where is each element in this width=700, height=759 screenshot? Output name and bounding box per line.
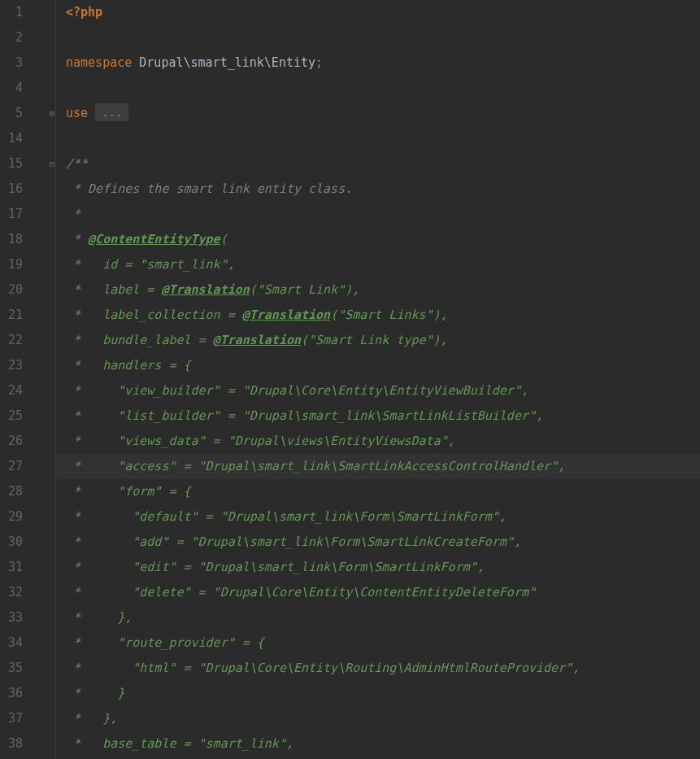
docblock-star: *: [66, 358, 88, 373]
docblock-text: "add" = "Drupal\smart_link\Form\SmartLin…: [88, 534, 521, 549]
code-line[interactable]: * "add" = "Drupal\smart_link\Form\SmartL…: [66, 530, 700, 555]
docblock-star: *: [66, 257, 88, 272]
docblock-star: *: [66, 181, 88, 196]
docblock-text: bundle_label =: [88, 333, 213, 347]
code-area[interactable]: <?php namespace Drupal\smart_link\Entity…: [56, 0, 700, 759]
line-number: 27: [0, 454, 23, 479]
code-line[interactable]: * bundle_label = @Translation("Smart Lin…: [66, 328, 700, 353]
code-editor[interactable]: 1234514151617181920212223242526272829303…: [0, 0, 700, 759]
code-line[interactable]: * id = "smart_link",: [66, 252, 700, 277]
code-line[interactable]: [66, 25, 700, 50]
line-number: 33: [0, 605, 23, 630]
code-line[interactable]: * label_collection = @Translation("Smart…: [66, 303, 700, 328]
code-line[interactable]: *: [66, 202, 700, 227]
code-line[interactable]: * "default" = "Drupal\smart_link\Form\Sm…: [66, 504, 700, 530]
line-number: 30: [0, 530, 23, 555]
code-line[interactable]: namespace Drupal\smart_link\Entity;: [66, 50, 700, 76]
line-number: 20: [0, 277, 23, 303]
code-line[interactable]: * "form" = {: [66, 479, 700, 504]
docblock-star: *: [66, 232, 88, 246]
fold-collapse-icon[interactable]: ⊟: [29, 151, 56, 177]
semicolon: ;: [315, 55, 323, 70]
code-line[interactable]: * "html" = "Drupal\Core\Entity\Routing\A…: [66, 656, 700, 681]
line-number: 15: [0, 151, 23, 177]
line-number: 3: [0, 50, 23, 76]
line-number: 22: [0, 328, 23, 353]
line-number: 25: [0, 403, 23, 429]
line-number: 2: [0, 25, 23, 50]
php-open-tag: <?php: [66, 5, 102, 20]
line-number: 17: [0, 202, 23, 227]
docblock-text: base_table = "smart_link",: [88, 736, 293, 751]
docblock-text: "views_data" = "Drupal\views\EntityViews…: [88, 434, 455, 448]
docblock-star: *: [66, 686, 88, 700]
code-line[interactable]: * "views_data" = "Drupal\views\EntityVie…: [66, 429, 700, 454]
code-line[interactable]: * base_table = "smart_link",: [66, 731, 700, 757]
docblock-open: /**: [66, 156, 88, 171]
annotation: @Translation: [161, 282, 249, 297]
docblock-text: "access" = "Drupal\smart_link\SmartLinkA…: [88, 459, 565, 473]
code-line[interactable]: [66, 126, 700, 151]
line-number: 19: [0, 252, 23, 277]
line-number: 14: [0, 126, 23, 151]
docblock-star: *: [66, 661, 88, 675]
docblock-text: ("Smart Link"),: [250, 282, 359, 297]
code-line[interactable]: * "list_builder" = "Drupal\smart_link\Sm…: [66, 403, 700, 429]
keyword-namespace: namespace: [66, 55, 132, 70]
code-line[interactable]: * label = @Translation("Smart Link"),: [66, 277, 700, 303]
line-number: 35: [0, 656, 23, 681]
docblock-star: *: [66, 333, 88, 347]
code-line[interactable]: * },: [66, 706, 700, 731]
code-line[interactable]: * handlers = {: [66, 353, 700, 378]
line-number: 32: [0, 580, 23, 605]
docblock-star: *: [66, 484, 88, 499]
docblock-star: *: [66, 736, 88, 751]
docblock-text: "list_builder" = "Drupal\smart_link\Smar…: [88, 408, 543, 423]
docblock-text: }: [88, 686, 124, 700]
docblock-star: *: [66, 610, 88, 625]
line-number: 28: [0, 479, 23, 504]
docblock-text: label_collection =: [88, 308, 242, 322]
docblock-star: *: [66, 711, 88, 726]
docblock-star: *: [66, 585, 88, 600]
docblock-text: Defines the smart link entity class.: [88, 181, 352, 196]
code-line[interactable]: * },: [66, 605, 700, 630]
code-line[interactable]: * "edit" = "Drupal\smart_link\Form\Smart…: [66, 555, 700, 580]
annotation: @ContentEntityType: [88, 232, 220, 246]
namespace-path: Drupal\smart_link\Entity: [139, 55, 315, 70]
line-number: 26: [0, 429, 23, 454]
code-line[interactable]: * Defines the smart link entity class.: [66, 177, 700, 202]
code-line[interactable]: * }: [66, 681, 700, 706]
docblock-text: "view_builder" = "Drupal\Core\Entity\Ent…: [88, 383, 528, 398]
line-number: 5: [0, 101, 23, 126]
annotation: @Translation: [242, 308, 330, 322]
code-line[interactable]: use ...: [66, 101, 700, 126]
line-number-gutter: 1234514151617181920212223242526272829303…: [0, 0, 29, 759]
code-line[interactable]: * "access" = "Drupal\smart_link\SmartLin…: [56, 454, 700, 479]
docblock-star: *: [66, 308, 88, 322]
line-number: 21: [0, 303, 23, 328]
fold-placeholder[interactable]: ...: [95, 103, 128, 121]
fold-column[interactable]: ⊞⊟: [29, 0, 56, 759]
line-number: 29: [0, 504, 23, 530]
fold-expand-icon[interactable]: ⊞: [29, 101, 56, 126]
docblock-star: *: [66, 282, 88, 297]
docblock-text: "route_provider" = {: [88, 635, 264, 650]
code-line[interactable]: [66, 76, 700, 101]
code-line[interactable]: * "route_provider" = {: [66, 630, 700, 656]
docblock-text: (: [220, 232, 228, 246]
code-line[interactable]: /**: [66, 151, 700, 177]
code-line[interactable]: * "delete" = "Drupal\Core\Entity\Content…: [66, 580, 700, 605]
docblock-text: label =: [88, 282, 161, 297]
code-line[interactable]: <?php: [66, 0, 700, 25]
line-number: 4: [0, 76, 23, 101]
docblock-text: },: [88, 711, 117, 726]
annotation: @Translation: [213, 333, 301, 347]
docblock-star: *: [66, 560, 88, 574]
code-line[interactable]: * "view_builder" = "Drupal\Core\Entity\E…: [66, 378, 700, 403]
line-number: 34: [0, 630, 23, 656]
line-number: 18: [0, 227, 23, 252]
code-line[interactable]: * @ContentEntityType(: [66, 227, 700, 252]
line-number: 31: [0, 555, 23, 580]
docblock-star: *: [66, 459, 88, 473]
